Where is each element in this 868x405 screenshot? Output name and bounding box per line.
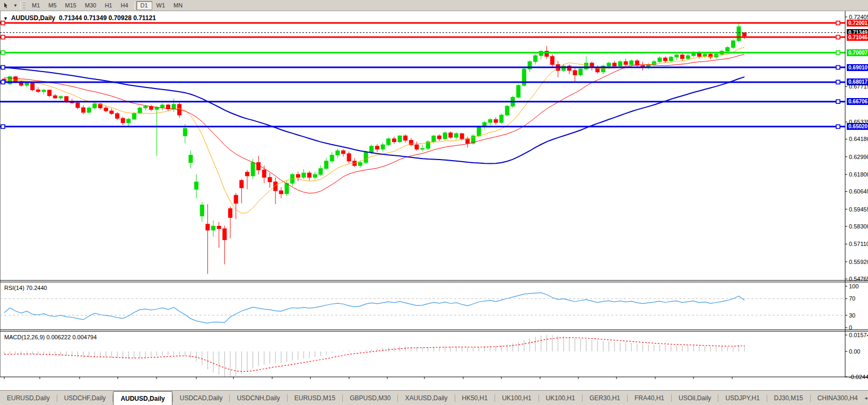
hline-anchor[interactable]: [1, 125, 5, 128]
candle-body: [212, 226, 215, 231]
candle-body: [347, 154, 351, 161]
macd-scale-label: 0.015741: [849, 332, 868, 338]
candle-body: [31, 83, 34, 90]
ma-mid-line: [4, 55, 744, 193]
candle-body: [234, 195, 238, 203]
hline-anchor[interactable]: [1, 51, 5, 55]
candle-body: [240, 180, 244, 188]
candle-body: [127, 119, 131, 123]
hline-anchor[interactable]: [1, 66, 5, 69]
candle-body: [681, 55, 684, 59]
candle-body: [342, 151, 345, 154]
candle-body: [630, 61, 633, 65]
hline-anchor[interactable]: [836, 100, 840, 103]
candle-body: [262, 170, 266, 178]
toolbar-grip-handle[interactable]: [23, 2, 25, 10]
candle-body: [325, 161, 328, 169]
candle-body: [268, 178, 272, 182]
candle-body: [53, 96, 57, 98]
chart-tab-usdjpy-h1[interactable]: USDJPY,H1: [718, 391, 766, 405]
periods-dropdown-icon[interactable]: ▼: [12, 1, 19, 10]
candle-body: [257, 163, 261, 170]
candle-body: [658, 58, 662, 61]
chart-tab-usdcnh-daily[interactable]: USDCNH,Daily: [230, 391, 287, 405]
price-pane[interactable]: [3, 23, 747, 274]
candle-body: [172, 104, 176, 109]
candle-body: [42, 90, 46, 92]
candle-body: [14, 77, 18, 82]
hline-anchor[interactable]: [836, 125, 840, 128]
chart-tab-fra40-h1[interactable]: FRA40,H1: [628, 391, 671, 405]
chart-tab-eurusd-m15[interactable]: EURUSD,M15: [288, 391, 342, 405]
chart-tab-uk100-h1[interactable]: UK100,H1: [495, 391, 538, 405]
candle-body: [229, 208, 232, 217]
candle-body: [308, 173, 311, 177]
timeframe-button-m15[interactable]: M15: [61, 1, 81, 10]
timeframe-button-m5[interactable]: M5: [44, 1, 60, 10]
timeframe-button-mn[interactable]: MN: [169, 1, 187, 10]
rsi-scale-label: 0: [849, 324, 852, 331]
candle-body: [245, 172, 249, 176]
candle-body: [573, 71, 577, 75]
price-tick-label: 0.67715: [849, 83, 868, 90]
chart-title: ▼AUDUSD,Daily 0.71344 0.71349 0.70928 0.…: [3, 14, 156, 22]
candle-body: [618, 61, 622, 66]
price-tick-label: 0.61800: [849, 171, 868, 178]
candle-body: [189, 155, 193, 163]
candle-body: [466, 139, 470, 143]
hline-anchor[interactable]: [836, 80, 840, 84]
chart-area[interactable]: ▼AUDUSD,Daily 0.71344 0.71349 0.70928 0.…: [0, 11, 868, 390]
ohlc-low: 0.70928: [108, 14, 131, 22]
chart-title-dropdown-icon[interactable]: ▼: [3, 16, 8, 21]
rsi-scale-label: 70: [849, 295, 855, 302]
chart-tab-audusd-daily[interactable]: AUDUSD,Daily: [113, 391, 172, 405]
candle-body: [285, 183, 289, 194]
candle-body: [116, 113, 119, 118]
price-tick-label: 0.57110: [849, 241, 868, 247]
candle-body: [364, 152, 368, 163]
chart-tab-dj30-m15[interactable]: DJ30,M15: [767, 391, 810, 405]
hline-anchor[interactable]: [836, 21, 840, 25]
candle-body: [25, 83, 29, 85]
toolbar-separator: [134, 2, 135, 10]
timeframe-button-w1[interactable]: W1: [152, 1, 170, 10]
chart-tab-gbpusd-m30[interactable]: GBPUSD,M30: [343, 391, 397, 405]
hline-anchor[interactable]: [836, 51, 840, 55]
candle-body: [104, 108, 108, 111]
candle-body: [404, 136, 407, 140]
candle-body: [336, 151, 340, 155]
chart-tab-usoil-daily[interactable]: USOil,Daily: [672, 391, 718, 405]
chart-tab-usdcad-daily[interactable]: USDCAD,Daily: [173, 391, 230, 405]
hline-anchor[interactable]: [1, 36, 5, 39]
candle-body: [669, 57, 673, 61]
candle-body: [65, 96, 68, 101]
chart-tab-hk50-h1[interactable]: HK50,H1: [455, 391, 495, 405]
hline-anchor[interactable]: [836, 36, 840, 39]
candle-body: [607, 63, 611, 66]
periods-icon[interactable]: [2, 1, 12, 10]
candle-body: [132, 113, 136, 119]
timeframe-button-m1[interactable]: M1: [28, 1, 44, 10]
timeframe-button-h1[interactable]: H1: [100, 1, 116, 10]
candle-body: [200, 205, 204, 216]
chart-canvas[interactable]: [0, 11, 868, 390]
timeframe-buttons: M1M5M15M30H1H4D1W1MN: [28, 1, 187, 10]
chart-tab-china300-h4[interactable]: CHINA300,H4: [811, 391, 865, 405]
rsi-scale-label: 100: [849, 283, 858, 289]
candle-body: [358, 163, 362, 166]
candle-body: [387, 139, 390, 145]
timeframe-button-d1[interactable]: D1: [136, 1, 152, 10]
price-tick-label: 0.58300: [849, 223, 868, 230]
chart-tab-uk100-h1[interactable]: UK100,H1: [539, 391, 582, 405]
candle-body: [624, 61, 628, 65]
chart-tab-xauusd-daily[interactable]: XAUUSD,Daily: [398, 391, 454, 405]
chart-tab-usdchf-daily[interactable]: USDCHF,Daily: [57, 391, 113, 405]
timeframe-button-h4[interactable]: H4: [116, 1, 132, 10]
hline-anchor[interactable]: [836, 66, 840, 69]
timeframe-button-m30[interactable]: M30: [81, 1, 100, 10]
tab-scroll-left-icon[interactable]: ◂: [865, 395, 867, 401]
chart-tab-eurusd-daily[interactable]: EURUSD,Daily: [0, 391, 57, 405]
chart-tab-ger30-h1[interactable]: GER30,H1: [583, 391, 627, 405]
hline-anchor[interactable]: [1, 80, 5, 84]
candle-body: [737, 27, 741, 41]
